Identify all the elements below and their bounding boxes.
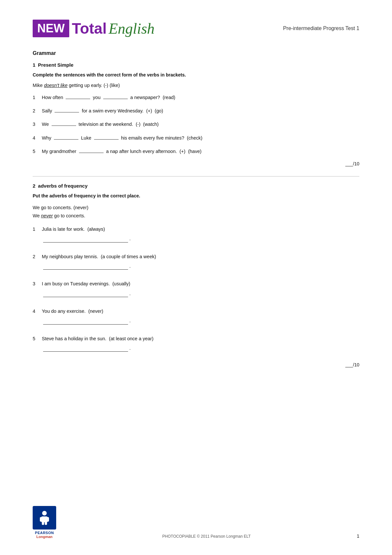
item-num: 1 [33,226,42,233]
item-num: 1 [33,94,42,101]
example2-suffix: go to concerts. [53,213,85,218]
table-row: 1 How often you a newspaper? (read) [33,94,359,101]
example-line1: We go to concerts. (never) [33,204,359,212]
item-text: We television at the weekend. (-) (watch… [42,121,359,128]
section2: 2adverbs of frequency Put the adverbs of… [33,183,359,367]
exercise2-number: 2 [33,183,35,189]
table-row: 2 My neighbours play tennis. (a couple o… [33,253,359,275]
header: NEW Total English Pre-intermediate Progr… [33,20,359,37]
item-text: Why Luke his emails every five minutes? … [42,134,359,142]
table-row: 5 My grandmother a nap after lunch every… [33,148,359,155]
period: . [129,345,131,352]
item-num: 5 [33,335,42,343]
test-title: Pre-intermediate Progress Test 1 [283,25,359,31]
svg-rect-4 [42,522,44,525]
pearson-logo-icon [37,510,52,526]
blank [66,99,90,99]
blank [79,153,104,153]
example2-blank: never [41,213,53,218]
exercise1-instructions: Complete the sentences with the correct … [33,72,359,77]
answer-blank [43,242,128,243]
table-row: 2 Sally for a swim every Wednesday. (+) … [33,107,359,115]
footer: PEARSON Longman PHOTOCOPIABLE © 2011 Pea… [33,506,359,539]
period: . [129,235,131,242]
table-row: 1 Julia is late for work. (always) . [33,226,359,247]
exercise1-number: 1 [33,62,35,68]
example2-prefix: We [33,213,41,218]
item-text: I am busy on Tuesday evenings. (usually) [42,280,130,288]
item-text: My neighbours play tennis. (a couple of … [42,253,156,261]
item-num: 2 [33,107,42,115]
exercise2-instructions: Put the adverbs of frequency in the corr… [33,193,359,198]
footer-copyright: PHOTOCOPIABLE © 2011 Pearson Longman ELT [56,534,357,539]
example-suffix: getting up early. (-) (like) [68,83,120,88]
answer-blank [43,269,128,270]
section-divider [33,176,359,177]
item-num: 4 [33,308,42,315]
blank [103,99,128,99]
exercise2-example: We go to concerts. (never) We never go t… [33,204,359,220]
item-num: 2 [33,253,42,261]
table-row: 4 Why Luke his emails every five minutes… [33,134,359,142]
blank [52,126,76,126]
exercise1-name: Present Simple [38,62,73,68]
section-grammar-label: Grammar [33,50,359,56]
logo-new: NEW [33,20,69,37]
item-text: My grandmother a nap after lunch every a… [42,148,359,155]
item-text: You do any exercise. (never) [42,308,103,315]
blank [94,139,119,140]
pearson-brand-text: PEARSON [35,531,54,535]
item-num: 4 [33,134,42,142]
logo-total: Total [72,20,106,37]
svg-rect-2 [40,517,42,522]
page: NEW Total English Pre-intermediate Progr… [0,0,392,555]
period: . [129,262,131,270]
answer-blank [43,351,128,352]
svg-point-0 [42,511,47,515]
blank [55,112,79,112]
pearson-logo-box [33,506,56,530]
table-row: 3 I am busy on Tuesday evenings. (usuall… [33,280,359,302]
item-num: 3 [33,280,42,288]
logo-english: English [108,20,155,37]
answer-blank [43,324,128,325]
item-text: Sally for a swim every Wednesday. (+) (g… [42,107,359,115]
svg-rect-3 [46,517,49,522]
logo-area: NEW Total English [33,20,155,37]
exercise2-name: adverbs of frequency [38,183,88,189]
footer-page-number: 1 [357,533,359,539]
exercise1-items: 1 How often you a newspaper? (read) 2 Sa… [33,94,359,155]
longman-brand-text: Longman [36,535,53,539]
item-text: How often you a newspaper? (read) [42,94,359,101]
item-text: Steve has a holiday in the sun. (at leas… [42,335,154,343]
exercise1-example: Mike doesn't like getting up early. (-) … [33,83,359,88]
exercise2-score: ___/10 [33,362,359,367]
blank [54,139,78,140]
exercise1-title: 1Present Simple [33,62,359,68]
period: . [129,317,131,324]
item-num: 3 [33,121,42,128]
exercise2-title: 2adverbs of frequency [33,183,359,189]
exercise2-items: 1 Julia is late for work. (always) . 2 M… [33,226,359,356]
item-text: Julia is late for work. (always) [42,226,105,233]
table-row: 3 We television at the weekend. (-) (wat… [33,121,359,128]
answer-blank [43,297,128,297]
example-line2: We never go to concerts. [33,212,359,220]
exercise1-score: ___/10 [33,161,359,166]
item-num: 5 [33,148,42,155]
example-prefix: Mike [33,83,44,88]
table-row: 4 You do any exercise. (never) . [33,308,359,329]
svg-rect-5 [45,522,47,525]
example-blank: doesn't like [44,83,68,88]
pearson-logo: PEARSON Longman [33,506,56,539]
table-row: 5 Steve has a holiday in the sun. (at le… [33,335,359,357]
period: . [129,290,131,297]
